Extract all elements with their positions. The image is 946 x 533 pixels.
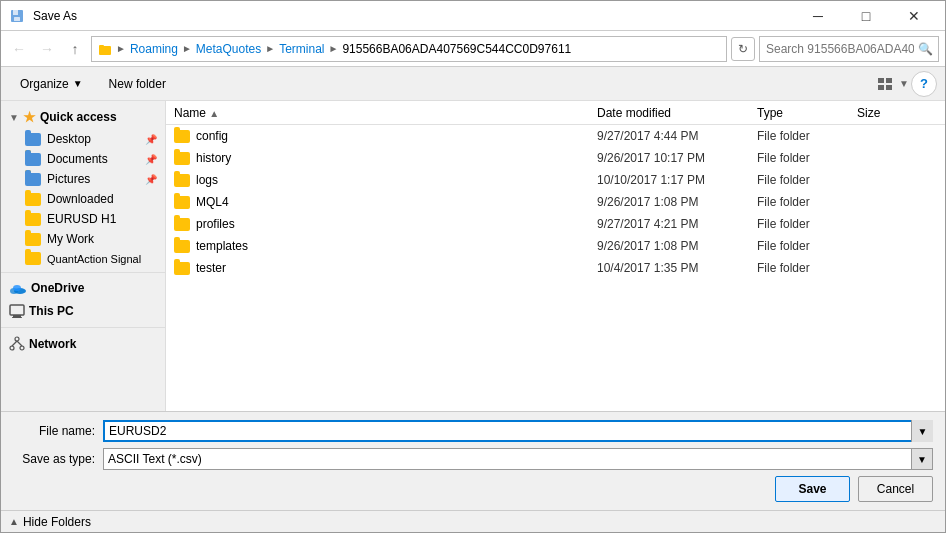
column-date[interactable]: Date modified <box>597 106 757 120</box>
sidebar-item-eurusd[interactable]: EURUSD H1 <box>1 209 165 229</box>
new-folder-label: New folder <box>109 77 166 91</box>
file-type: File folder <box>757 217 857 231</box>
file-date: 9/26/2017 1:08 PM <box>597 239 757 253</box>
file-type: File folder <box>757 195 857 209</box>
savetype-label: Save as type: <box>13 452 103 466</box>
quick-access-icon: ★ <box>23 109 36 125</box>
sidebar-item-pictures[interactable]: Pictures 📌 <box>1 169 165 189</box>
close-button[interactable]: ✕ <box>891 1 937 31</box>
sidebar-item-documents-label: Documents <box>47 152 108 166</box>
network-label: Network <box>29 337 76 351</box>
hide-folders-bar[interactable]: ▲ Hide Folders <box>1 510 945 532</box>
svg-rect-4 <box>99 45 104 48</box>
sidebar-item-downloaded[interactable]: Downloaded <box>1 189 165 209</box>
filename-dropdown-arrow[interactable]: ▼ <box>911 420 933 442</box>
column-size[interactable]: Size <box>857 106 937 120</box>
filename-label: File name: <box>13 424 103 438</box>
sidebar-item-quantaction-label: QuantAction Signal <box>47 253 141 265</box>
filename-input[interactable] <box>103 420 933 442</box>
view-options: ▼ ? <box>873 71 937 97</box>
sidebar-divider-1 <box>1 272 165 273</box>
eurusd-folder-icon <box>25 213 41 226</box>
file-type: File folder <box>757 261 857 275</box>
save-icon <box>9 8 25 24</box>
organize-label: Organize <box>20 77 69 91</box>
onedrive-icon <box>9 282 27 294</box>
svg-rect-7 <box>878 85 884 90</box>
breadcrumb-metaquotes[interactable]: MetaQuotes <box>196 42 261 56</box>
minimize-button[interactable]: ─ <box>795 1 841 31</box>
thispc-header[interactable]: This PC <box>1 299 165 323</box>
dialog-title: Save As <box>33 9 77 23</box>
search-input[interactable] <box>759 36 939 62</box>
svg-rect-5 <box>878 78 884 83</box>
table-row[interactable]: config 9/27/2017 4:44 PM File folder <box>166 125 945 147</box>
svg-rect-12 <box>10 305 24 315</box>
breadcrumb-current: 915566BA06ADA407569C544CC0D97611 <box>342 42 571 56</box>
breadcrumb-roaming[interactable]: Roaming <box>130 42 178 56</box>
svg-rect-14 <box>12 317 22 318</box>
sidebar-item-desktop[interactable]: Desktop 📌 <box>1 129 165 149</box>
svg-line-18 <box>12 341 17 346</box>
sidebar-item-mywork-label: My Work <box>47 232 94 246</box>
cancel-button[interactable]: Cancel <box>858 476 933 502</box>
quick-access-header[interactable]: ▼ ★ Quick access <box>1 105 165 129</box>
new-folder-button[interactable]: New folder <box>98 71 177 97</box>
up-button[interactable]: ↑ <box>63 37 87 61</box>
hide-folders-arrow: ▲ <box>9 516 19 527</box>
table-row[interactable]: profiles 9/27/2017 4:21 PM File folder <box>166 213 945 235</box>
table-row[interactable]: MQL4 9/26/2017 1:08 PM File folder <box>166 191 945 213</box>
view-toggle-button[interactable] <box>873 72 897 96</box>
thispc-icon <box>9 303 25 319</box>
list-view-icon <box>877 76 893 92</box>
savetype-select[interactable]: ASCII Text (*.csv) <box>103 448 933 470</box>
breadcrumb-bar: ► Roaming ► MetaQuotes ► Terminal ► 9155… <box>91 36 727 62</box>
window-controls: ─ □ ✕ <box>795 1 937 31</box>
maximize-button[interactable]: □ <box>843 1 889 31</box>
organize-button[interactable]: Organize ▼ <box>9 71 94 97</box>
quantaction-folder-icon <box>25 252 41 265</box>
file-name: history <box>196 151 231 165</box>
back-button[interactable]: ← <box>7 37 31 61</box>
help-button[interactable]: ? <box>911 71 937 97</box>
svg-point-17 <box>20 346 24 350</box>
desktop-pin-icon: 📌 <box>145 134 157 145</box>
address-bar: ← → ↑ ► Roaming ► MetaQuotes ► Terminal … <box>1 31 945 67</box>
downloaded-folder-icon <box>25 193 41 206</box>
quick-access-label: Quick access <box>40 110 117 124</box>
organize-arrow: ▼ <box>73 78 83 89</box>
title-bar: Save As ─ □ ✕ <box>1 1 945 31</box>
svg-point-16 <box>10 346 14 350</box>
file-list: Name ▲ Date modified Type Size <box>166 101 945 411</box>
main-content: ▼ ★ Quick access Desktop 📌 Documents 📌 P… <box>1 101 945 411</box>
sidebar-item-documents[interactable]: Documents 📌 <box>1 149 165 169</box>
file-date: 9/26/2017 1:08 PM <box>597 195 757 209</box>
file-name: templates <box>196 239 248 253</box>
breadcrumb-terminal[interactable]: Terminal <box>279 42 324 56</box>
sidebar-item-mywork[interactable]: My Work <box>1 229 165 249</box>
save-button[interactable]: Save <box>775 476 850 502</box>
table-row[interactable]: tester 10/4/2017 1:35 PM File folder <box>166 257 945 279</box>
search-icon: 🔍 <box>918 42 933 56</box>
svg-point-11 <box>13 285 21 291</box>
file-date: 9/27/2017 4:44 PM <box>597 129 757 143</box>
search-wrap: 🔍 <box>759 36 939 62</box>
table-row[interactable]: templates 9/26/2017 1:08 PM File folder <box>166 235 945 257</box>
documents-folder-icon <box>25 153 41 166</box>
column-name[interactable]: Name ▲ <box>174 106 597 120</box>
table-row[interactable]: history 9/26/2017 10:17 PM File folder <box>166 147 945 169</box>
file-name: config <box>196 129 228 143</box>
sidebar-item-pictures-label: Pictures <box>47 172 90 186</box>
table-row[interactable]: logs 10/10/2017 1:17 PM File folder <box>166 169 945 191</box>
file-list-header: Name ▲ Date modified Type Size <box>166 101 945 125</box>
onedrive-header[interactable]: OneDrive <box>1 277 165 299</box>
refresh-button[interactable]: ↻ <box>731 37 755 61</box>
forward-button[interactable]: → <box>35 37 59 61</box>
svg-rect-1 <box>13 10 18 15</box>
sidebar-divider-2 <box>1 327 165 328</box>
network-header[interactable]: Network <box>1 332 165 356</box>
sidebar-item-quantaction[interactable]: QuantAction Signal <box>1 249 165 268</box>
network-icon <box>9 336 25 352</box>
column-type[interactable]: Type <box>757 106 857 120</box>
svg-point-15 <box>15 337 19 341</box>
